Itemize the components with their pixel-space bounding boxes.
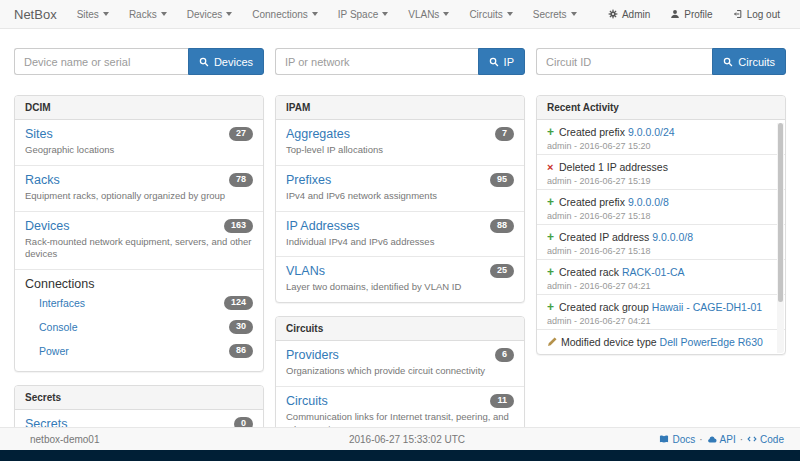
nav-vlans[interactable]: VLANs [398, 0, 459, 29]
activity-action: Created rack [559, 266, 619, 278]
circuit-search-input[interactable] [536, 48, 712, 75]
activity-target-link[interactable]: 9.0.0.0/24 [628, 126, 675, 138]
code-link[interactable]: Code [747, 434, 784, 445]
activity-row: +Created prefix 9.0.0.0/8 admin - 2016-0… [537, 190, 785, 225]
panel-recent-activity: Recent Activity +Created prefix 9.0.0.0/… [536, 95, 786, 355]
sites-link[interactable]: Sites [25, 127, 53, 141]
providers-link[interactable]: Providers [286, 348, 339, 362]
nav-circuits[interactable]: Circuits [459, 0, 522, 29]
prefixes-link[interactable]: Prefixes [286, 173, 331, 187]
activity-target-link[interactable]: RACK-01-CA [622, 266, 684, 278]
connections-power-row: Power86 [25, 339, 253, 363]
profile-link[interactable]: Profile [660, 0, 722, 29]
activity-target-link[interactable]: 9.0.0.0/8 [652, 231, 693, 243]
connections-label: Connections [25, 277, 253, 291]
book-icon [659, 434, 669, 444]
circuit-search-button[interactable]: Circuits [712, 48, 786, 75]
pencil-icon [547, 336, 558, 347]
chevron-down-icon [312, 12, 318, 16]
list-item-sites: Sites27 Geographic locations [15, 120, 263, 166]
cloud-icon [707, 434, 717, 444]
logout-icon [733, 9, 743, 19]
list-item-ip-addresses: IP Addresses88 Individual IPv4 and IPv6 … [276, 212, 524, 258]
chevron-down-icon [226, 12, 232, 16]
plus-icon: + [547, 125, 559, 139]
racks-desc: Equipment racks, optionally organized by… [25, 190, 253, 203]
panel-ipam: IPAM Aggregates7 Top-level IP allocation… [275, 95, 525, 303]
footer-separator: · [740, 434, 743, 445]
activity-action: Created prefix [559, 126, 625, 138]
footer-separator: · [699, 434, 702, 445]
circuits-link[interactable]: Circuits [286, 394, 328, 408]
api-link[interactable]: API [707, 434, 736, 445]
navbar: NetBox Sites Racks Devices Connections I… [0, 0, 800, 29]
device-search-input[interactable] [14, 48, 188, 75]
nav-racks[interactable]: Racks [119, 0, 177, 29]
navbar-right: Admin Profile Log out [598, 0, 790, 29]
list-item-devices: Devices163 Rack-mounted network equipmen… [15, 212, 263, 271]
nav-devices[interactable]: Devices [177, 0, 243, 29]
delete-icon: × [547, 160, 559, 174]
providers-count-badge: 6 [495, 348, 514, 362]
scrollbar-thumb[interactable] [778, 123, 783, 302]
list-item-prefixes: Prefixes95 IPv4 and IPv6 network assignm… [276, 166, 524, 212]
activity-row: Modified device type Dell PowerEdge R630 [537, 330, 785, 355]
activity-action: Created rack group [559, 301, 649, 313]
brand-logo[interactable]: NetBox [14, 7, 57, 22]
chevron-down-icon [443, 12, 449, 16]
interfaces-count-badge: 124 [224, 296, 253, 310]
chevron-down-icon [382, 12, 388, 16]
panel-ipam-title: IPAM [276, 96, 524, 120]
activity-scrollbar[interactable] [777, 123, 784, 353]
ip-search-input[interactable] [275, 48, 478, 75]
search-row: Devices IP Circuits [0, 48, 800, 75]
racks-link[interactable]: Racks [25, 173, 60, 187]
activity-row: +Created IP address 9.0.0.0/8 admin - 20… [537, 225, 785, 260]
vlans-desc: Layer two domains, identified by VLAN ID [286, 281, 514, 294]
activity-target-link[interactable]: Hawaii - CAGE-DH1-01 [652, 301, 762, 313]
admin-link[interactable]: Admin [598, 0, 660, 29]
nav-secrets[interactable]: Secrets [523, 0, 587, 29]
column-middle: IPAM Aggregates7 Top-level IP allocation… [275, 95, 525, 446]
aggregates-count-badge: 7 [495, 127, 514, 141]
activity-target-link[interactable]: Dell PowerEdge R630 [660, 336, 763, 348]
connections-console-row: Console30 [25, 315, 253, 339]
list-item-vlans: VLANs25 Layer two domains, identified by… [276, 257, 524, 302]
vlans-link[interactable]: VLANs [286, 264, 325, 278]
docs-link[interactable]: Docs [659, 434, 695, 445]
racks-count-badge: 78 [229, 173, 253, 187]
column-left: DCIM Sites27 Geographic locations Racks7… [14, 95, 264, 461]
nav-connections[interactable]: Connections [242, 0, 328, 29]
list-item-providers: Providers6 Organizations which provide c… [276, 341, 524, 387]
console-link[interactable]: Console [39, 321, 78, 333]
user-icon [670, 9, 680, 19]
device-search-button[interactable]: Devices [188, 48, 264, 75]
activity-meta: admin - 2016-06-27 04:21 [547, 281, 769, 291]
activity-row: +Created rack RACK-01-CA admin - 2016-06… [537, 260, 785, 295]
search-icon [489, 57, 499, 67]
list-item-racks: Racks78 Equipment racks, optionally orga… [15, 166, 263, 212]
activity-row: +Created rack group Hawaii - CAGE-DH1-01… [537, 295, 785, 330]
prefixes-desc: IPv4 and IPv6 network assignments [286, 190, 514, 203]
prefixes-count-badge: 95 [490, 173, 514, 187]
nav-ip-space[interactable]: IP Space [328, 0, 398, 29]
aggregates-link[interactable]: Aggregates [286, 127, 350, 141]
footer-timestamp: 2016-06-27 15:33:02 UTC [281, 434, 532, 445]
ip-search-button[interactable]: IP [478, 48, 525, 75]
panel-dcim-title: DCIM [15, 96, 263, 120]
nav-sites[interactable]: Sites [67, 0, 119, 29]
search-icon [199, 57, 209, 67]
devices-desc: Rack-mounted network equipment, servers,… [25, 236, 253, 262]
devices-link[interactable]: Devices [25, 219, 69, 233]
sites-desc: Geographic locations [25, 144, 253, 157]
power-link[interactable]: Power [39, 345, 69, 357]
footer: netbox-demo01 2016-06-27 15:33:02 UTC Do… [0, 427, 800, 450]
footer-hostname: netbox-demo01 [16, 434, 281, 445]
device-search-group: Devices [14, 48, 264, 75]
activity-target-link[interactable]: 9.0.0.0/8 [628, 196, 669, 208]
activity-row: +Created prefix 9.0.0.0/24 admin - 2016-… [537, 120, 785, 155]
connections-interfaces-row: Interfaces124 [25, 291, 253, 315]
logout-link[interactable]: Log out [723, 0, 790, 29]
ip-addresses-link[interactable]: IP Addresses [286, 219, 359, 233]
interfaces-link[interactable]: Interfaces [39, 297, 85, 309]
